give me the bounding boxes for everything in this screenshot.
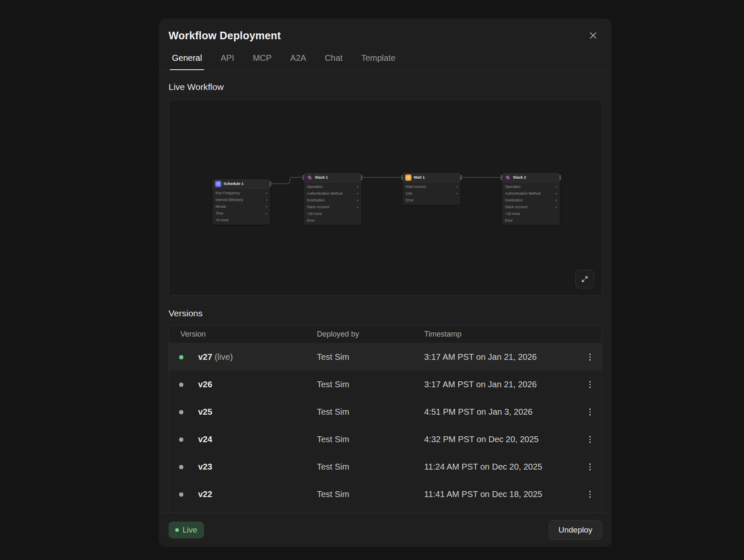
version-cell: v24 [198, 435, 317, 444]
table-row[interactable]: v25 Test Sim 4:51 PM PST on Jan 3, 2026 [169, 398, 602, 426]
table-row[interactable]: v24 Test Sim 4:32 PM PST on Dec 20, 2025 [169, 426, 602, 453]
node-field-more[interactable]: +26 more [502, 210, 560, 217]
output-handle[interactable] [460, 175, 462, 180]
field-handle[interactable] [357, 193, 358, 194]
node-fields: Operation Authentication Method Destinat… [502, 182, 560, 225]
status-dot [179, 465, 183, 469]
timestamp-cell: 11:41 AM PST on Dec 18, 2025 [424, 489, 576, 499]
node-slack-1[interactable]: Slack 1 Operation Authentication Method … [304, 173, 361, 225]
field-handle[interactable] [556, 193, 557, 194]
field-handle[interactable] [266, 199, 267, 201]
workflow-preview-canvas[interactable]: Schedule 1 Run Frequency Interval (Minut… [169, 100, 602, 296]
node-fields: Operation Authentication Method Destinat… [304, 182, 361, 225]
row-menu-button[interactable] [587, 461, 594, 473]
tab-template[interactable]: Template [359, 53, 398, 70]
node-field: Minute [213, 203, 270, 210]
node-field-more[interactable]: +6 more [213, 217, 270, 223]
tab-mcp[interactable]: MCP [251, 53, 273, 70]
version-cell: v27 (live) [198, 352, 317, 362]
input-handle[interactable] [501, 175, 502, 180]
table-row[interactable]: v26 Test Sim 3:17 AM PST on Jan 21, 2026 [169, 371, 602, 398]
close-icon [589, 31, 597, 40]
node-slack-2[interactable]: Slack 2 Operation Authentication Method … [502, 173, 560, 225]
modal-footer: Live Undeploy [159, 512, 612, 547]
expand-preview-button[interactable] [575, 270, 594, 288]
version-cell: v22 [198, 489, 317, 499]
clock-icon [405, 174, 412, 181]
undeploy-button[interactable]: Undeploy [549, 520, 602, 540]
timestamp-cell: 3:17 AM PST on Jan 21, 2026 [424, 380, 576, 389]
node-fields: Run Frequency Interval (Minutes) Minute … [213, 189, 270, 225]
node-field: Slack Account [502, 204, 560, 210]
column-deployed-by: Deployed by [317, 330, 424, 339]
field-handle[interactable] [266, 193, 267, 194]
input-handle[interactable] [303, 175, 304, 180]
tab-general[interactable]: General [170, 53, 204, 70]
expand-icon [580, 275, 589, 284]
input-handle[interactable] [401, 175, 403, 180]
deployed-by-cell: Test Sim [317, 435, 424, 444]
tab-chat[interactable]: Chat [323, 53, 345, 70]
timestamp-cell: 3:17 AM PST on Jan 21, 2026 [424, 352, 576, 362]
row-menu-button[interactable] [587, 378, 594, 391]
field-handle[interactable] [456, 186, 458, 188]
table-row[interactable]: v22 Test Sim 11:41 AM PST on Dec 18, 202… [169, 481, 602, 508]
column-timestamp: Timestamp [424, 330, 602, 339]
modal-header: Workflow Deployment General API MCP A2A … [159, 19, 612, 70]
node-field-more[interactable]: +26 more [304, 210, 361, 217]
node-field: Time [213, 210, 270, 217]
output-handle[interactable] [270, 181, 271, 187]
field-handle[interactable] [556, 186, 557, 188]
row-menu-button[interactable] [587, 433, 594, 446]
node-title: Slack 1 [315, 175, 328, 179]
node-field: Error [304, 217, 361, 224]
field-handle[interactable] [556, 200, 557, 201]
close-button[interactable] [587, 30, 599, 41]
field-handle[interactable] [357, 207, 358, 208]
node-fields: Wait Amount Unit Error [403, 182, 461, 205]
tab-a2a[interactable]: A2A [288, 53, 308, 70]
live-status-badge: Live [169, 522, 204, 538]
field-handle[interactable] [266, 213, 267, 214]
status-dot [179, 410, 183, 414]
node-field: Unit [403, 190, 461, 197]
version-cell: v25 [198, 407, 317, 417]
row-menu-button[interactable] [587, 488, 594, 500]
node-field: Destination [304, 197, 361, 204]
field-handle[interactable] [357, 200, 358, 201]
status-dot [179, 438, 183, 442]
node-field: Operation [304, 183, 361, 190]
node-field: Authentication Method [304, 190, 361, 197]
live-status-dot [179, 355, 183, 359]
field-handle[interactable] [456, 193, 458, 194]
field-handle[interactable] [266, 206, 267, 207]
node-title: Schedule 1 [223, 182, 244, 186]
timestamp-cell: 11:24 AM PST on Dec 20, 2025 [424, 462, 576, 472]
version-cell: v26 [198, 380, 317, 389]
clock-icon [215, 181, 221, 187]
deployed-by-cell: Test Sim [317, 407, 424, 417]
node-schedule-1[interactable]: Schedule 1 Run Frequency Interval (Minut… [213, 179, 270, 225]
row-menu-button[interactable] [587, 351, 594, 363]
node-wait-1-header: Wait 1 [403, 173, 461, 182]
node-wait-1[interactable]: Wait 1 Wait Amount Unit Error [403, 173, 461, 205]
version-cell: v23 [198, 462, 317, 472]
table-row[interactable]: v23 Test Sim 11:24 AM PST on Dec 20, 202… [169, 453, 602, 481]
deployed-by-cell: Test Sim [317, 489, 424, 499]
timestamp-cell: 4:32 PM PST on Dec 20, 2025 [424, 435, 576, 444]
table-row[interactable]: v27 (live) Test Sim 3:17 AM PST on Jan 2… [169, 343, 602, 371]
versions-table: Version Deployed by Timestamp v27 (live)… [169, 325, 602, 512]
tab-api[interactable]: API [218, 53, 236, 70]
tab-bar: General API MCP A2A Chat Template [169, 53, 602, 70]
output-handle[interactable] [361, 175, 362, 180]
node-field: Error [403, 197, 461, 204]
field-handle[interactable] [357, 186, 358, 188]
workflow-deployment-modal: Workflow Deployment General API MCP A2A … [159, 19, 612, 547]
live-dot-icon [175, 528, 179, 532]
node-field: Slack Account [304, 204, 361, 210]
output-handle[interactable] [559, 175, 561, 180]
field-handle[interactable] [556, 207, 557, 208]
modal-content: Live Workflow Schedule 1 Run Frequency [159, 70, 612, 512]
live-badge-label: Live [183, 525, 197, 535]
row-menu-button[interactable] [587, 406, 594, 418]
